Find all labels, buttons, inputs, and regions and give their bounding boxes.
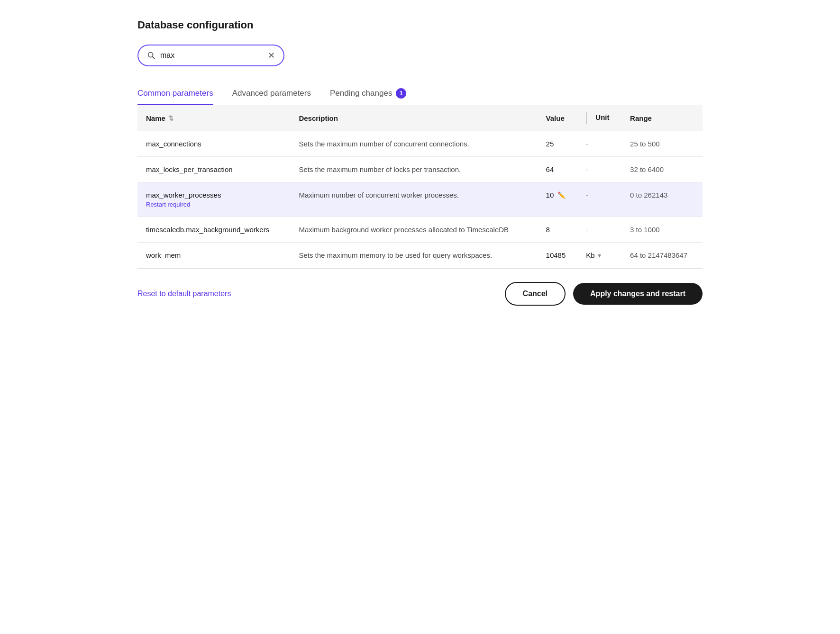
table-row: work_memSets the maximum memory to be us… <box>137 243 703 268</box>
param-range-cell: 64 to 2147483647 <box>621 243 703 268</box>
search-input[interactable] <box>160 51 268 60</box>
param-unit: - <box>586 226 588 234</box>
param-unit: - <box>586 191 588 199</box>
col-header-name: Name ⇅ <box>137 105 290 131</box>
param-value: 8 <box>546 226 550 234</box>
col-header-unit: Unit <box>577 105 621 131</box>
param-unit: Kb <box>586 251 594 259</box>
param-value-cell: 25 <box>538 131 578 157</box>
parameters-table: Name ⇅ Description Value Unit Range <box>137 105 703 268</box>
param-name: max_connections <box>146 140 282 148</box>
param-value-cell: 10485 <box>538 243 578 268</box>
param-unit: - <box>586 140 588 148</box>
param-name-cell: max_locks_per_transaction <box>137 157 290 182</box>
table-row: max_worker_processesRestart requiredMaxi… <box>137 182 703 217</box>
param-unit-cell: - <box>577 182 621 217</box>
param-value-cell[interactable]: 10✏️ <box>538 182 578 217</box>
param-name-cell: max_worker_processesRestart required <box>137 182 290 217</box>
param-name: work_mem <box>146 251 282 259</box>
param-name-cell: timescaledb.max_background_workers <box>137 217 290 243</box>
table-row: timescaledb.max_background_workersMaximu… <box>137 217 703 243</box>
param-name: max_locks_per_transaction <box>146 165 282 173</box>
unit-dropdown-icon[interactable]: ▾ <box>598 252 601 259</box>
apply-restart-button[interactable]: Apply changes and restart <box>573 283 703 305</box>
cancel-button[interactable]: Cancel <box>505 282 566 306</box>
search-clear-button[interactable]: ✕ <box>268 50 275 61</box>
param-name: max_worker_processes <box>146 191 282 199</box>
footer-buttons: Cancel Apply changes and restart <box>505 282 703 306</box>
svg-line-1 <box>152 56 155 59</box>
param-description-cell: Maximum background worker processes allo… <box>290 217 537 243</box>
col-header-value: Value <box>538 105 578 131</box>
param-unit: - <box>586 165 588 173</box>
param-unit-cell: - <box>577 131 621 157</box>
pending-badge: 1 <box>396 88 406 99</box>
col-divider <box>586 112 587 124</box>
param-value: 64 <box>546 165 554 173</box>
param-value-cell: 8 <box>538 217 578 243</box>
param-name: timescaledb.max_background_workers <box>146 226 282 234</box>
param-range-cell: 32 to 6400 <box>621 157 703 182</box>
param-unit-cell: - <box>577 157 621 182</box>
tab-advanced[interactable]: Advanced parameters <box>232 83 311 105</box>
table-row: max_locks_per_transactionSets the maximu… <box>137 157 703 182</box>
param-description-cell: Sets the maximum number of locks per tra… <box>290 157 537 182</box>
reset-defaults-button[interactable]: Reset to default parameters <box>137 290 231 298</box>
param-range-cell: 3 to 1000 <box>621 217 703 243</box>
sort-icon[interactable]: ⇅ <box>168 115 173 122</box>
restart-required-label: Restart required <box>146 201 282 208</box>
search-icon <box>147 51 155 60</box>
param-unit-cell[interactable]: Kb▾ <box>577 243 621 268</box>
param-value: 25 <box>546 140 554 148</box>
param-range-cell: 25 to 500 <box>621 131 703 157</box>
table-row: max_connectionsSets the maximum number o… <box>137 131 703 157</box>
param-name-cell: work_mem <box>137 243 290 268</box>
tabs: Common parameters Advanced parameters Pe… <box>137 82 703 105</box>
tab-common[interactable]: Common parameters <box>137 83 213 105</box>
footer: Reset to default parameters Cancel Apply… <box>137 268 703 319</box>
tab-pending[interactable]: Pending changes 1 <box>330 82 406 106</box>
page-title: Database configuration <box>137 19 703 31</box>
param-description-cell: Maximum number of concurrent worker proc… <box>290 182 537 217</box>
param-description-cell: Sets the maximum number of concurrent co… <box>290 131 537 157</box>
param-range-cell: 0 to 262143 <box>621 182 703 217</box>
param-unit-cell: - <box>577 217 621 243</box>
param-value: 10 <box>546 191 554 199</box>
param-value-cell: 64 <box>538 157 578 182</box>
param-description-cell: Sets the maximum memory to be used for q… <box>290 243 537 268</box>
edit-icon[interactable]: ✏️ <box>557 191 566 199</box>
search-bar: ✕ <box>137 45 284 66</box>
col-header-description: Description <box>290 105 537 131</box>
param-value: 10485 <box>546 251 566 259</box>
param-name-cell: max_connections <box>137 131 290 157</box>
col-header-range: Range <box>621 105 703 131</box>
